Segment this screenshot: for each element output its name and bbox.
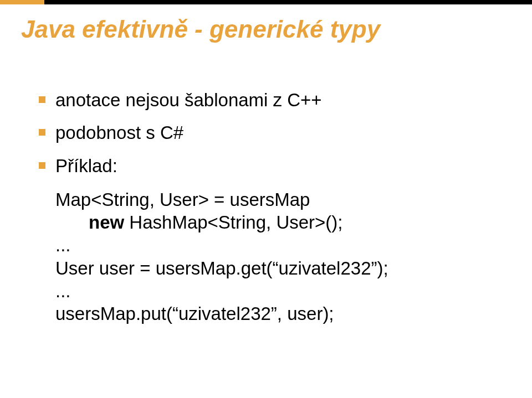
bullet-icon <box>39 129 45 136</box>
slide-title: Java efektivně - generické typy <box>21 15 380 43</box>
top-accent <box>0 0 44 4</box>
code-line: Map<String, User> = usersMap <box>55 188 510 211</box>
bullet-item: Příklad: <box>39 154 510 177</box>
keyword-new: new <box>89 212 124 232</box>
slide-content: anotace nejsou šablonami z C++ podobnost… <box>39 89 510 325</box>
bullet-item: podobnost s C# <box>39 121 510 144</box>
bullet-text: Příklad: <box>55 154 117 177</box>
code-block: Map<String, User> = usersMap new HashMap… <box>55 188 510 325</box>
code-line: usersMap.put(“uzivatel232”, user); <box>55 302 510 325</box>
bullet-text: podobnost s C# <box>55 121 183 144</box>
code-line: User user = usersMap.get(“uzivatel232”); <box>55 257 510 280</box>
top-bar <box>0 0 532 4</box>
code-line: ... <box>55 280 510 302</box>
bullet-text: anotace nejsou šablonami z C++ <box>55 89 322 111</box>
code-line: new HashMap<String, User>(); <box>55 211 510 234</box>
bullet-icon <box>39 96 45 103</box>
bullet-icon <box>39 162 45 169</box>
bullet-item: anotace nejsou šablonami z C++ <box>39 89 510 111</box>
code-text: HashMap<String, User>(); <box>124 212 342 232</box>
code-line: ... <box>55 234 510 256</box>
